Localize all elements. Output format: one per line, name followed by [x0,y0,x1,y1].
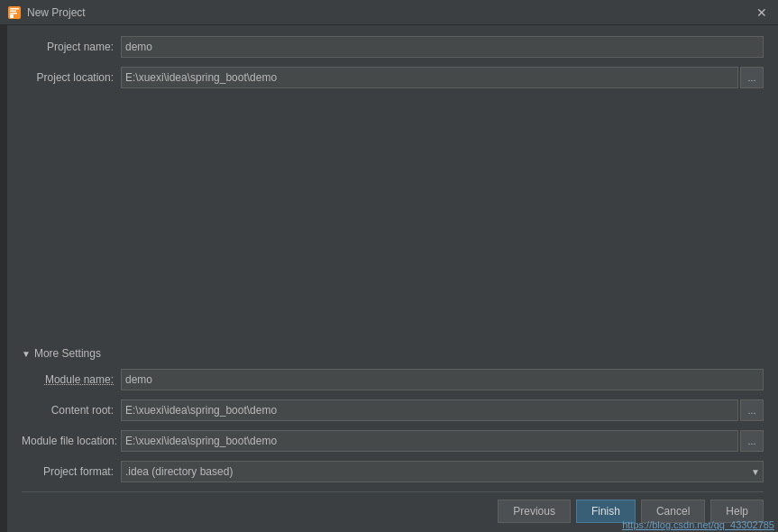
project-format-select[interactable]: .idea (directory based) Eclipse (.classp… [121,461,764,482]
module-name-input[interactable] [121,369,764,390]
svg-rect-1 [10,14,14,18]
project-location-label: Project location: [22,71,121,84]
module-name-label: Module name: [22,373,121,386]
module-file-location-row: Module file location: ... [22,430,764,452]
app-icon [7,5,22,20]
previous-button[interactable]: Previous [498,500,571,523]
project-name-label: Project name: [22,41,121,53]
dialog-body: Project name: Project location: ... ▼ Mo… [0,25,778,532]
close-button[interactable]: ✕ [753,4,771,22]
module-file-location-input[interactable] [121,430,738,452]
left-strip [0,25,7,532]
svg-rect-3 [10,10,16,12]
title-bar: New Project ✕ [0,0,778,25]
main-empty-area [22,105,764,340]
project-name-input[interactable] [121,36,764,58]
content-root-label: Content root: [22,404,121,417]
content-root-browse-button[interactable]: ... [740,399,764,421]
dialog-title: New Project [27,6,753,19]
browse-button[interactable]: ... [740,67,764,88]
module-file-location-label: Module file location: [22,435,121,447]
chevron-down-icon: ▼ [22,349,31,359]
more-settings-toggle[interactable]: ▼ More Settings [22,347,764,360]
module-file-browse-button[interactable]: ... [740,430,764,452]
content-area: Project name: Project location: ... ▼ Mo… [7,25,778,532]
content-root-input[interactable] [121,399,738,421]
project-name-row: Project name: [22,36,764,58]
more-settings-label: More Settings [34,347,101,360]
project-location-row: Project location: ... [22,67,764,88]
watermark: https://blog.csdn.net/qq_43302785 [618,518,778,532]
project-location-input[interactable] [121,67,738,88]
more-settings-content: Module name: Content root: ... Module fi… [22,369,764,491]
project-format-label: Project format: [22,465,121,478]
project-format-row: Project format: .idea (directory based) … [22,461,764,482]
svg-rect-2 [10,8,19,10]
module-name-row: Module name: [22,369,764,390]
content-root-row: Content root: ... [22,399,764,421]
svg-rect-4 [10,13,17,14]
project-format-select-wrapper: .idea (directory based) Eclipse (.classp… [121,461,764,482]
